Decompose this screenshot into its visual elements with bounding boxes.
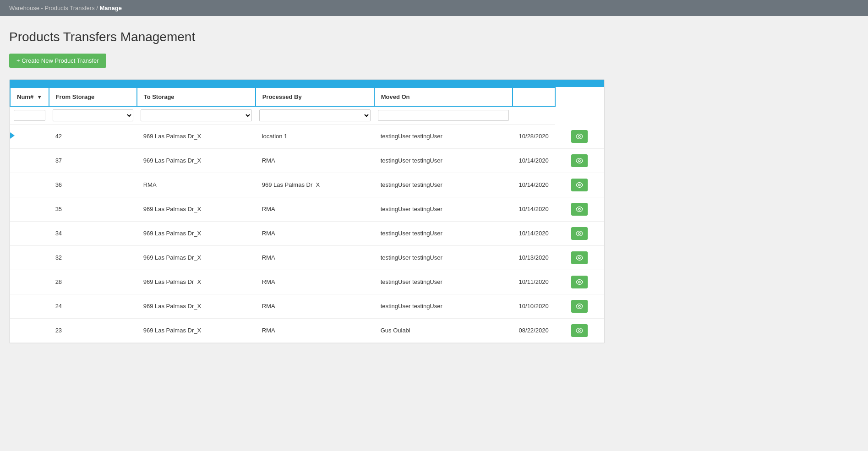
filter-num-cell (10, 106, 49, 125)
cell-num: 35 (49, 197, 137, 221)
cell-action (555, 148, 604, 173)
view-button[interactable] (571, 179, 588, 191)
svg-point-0 (579, 136, 580, 137)
cell-moved-on: 10/13/2020 (513, 245, 555, 270)
filter-row (10, 106, 604, 125)
cell-action (555, 197, 604, 221)
row-indicator (10, 318, 49, 342)
cell-from-storage: 969 Las Palmas Dr_X (137, 245, 256, 270)
row-indicator (10, 221, 49, 245)
col-header-processed-by: Processed By (256, 87, 374, 106)
row-indicator (10, 270, 49, 294)
table-row: 23969 Las Palmas Dr_XRMAGus Oulabi08/22/… (10, 318, 604, 342)
cell-moved-on: 10/14/2020 (513, 173, 555, 197)
table-row: 37969 Las Palmas Dr_XRMAtestingUser test… (10, 148, 604, 173)
create-transfer-button[interactable]: + Create New Product Transfer (9, 54, 106, 68)
svg-point-3 (579, 208, 580, 210)
cell-num: 24 (49, 294, 137, 318)
view-button[interactable] (571, 300, 588, 313)
col-header-num: Num# ▼ (10, 87, 49, 106)
cell-action (555, 318, 604, 342)
cell-from-storage: 969 Las Palmas Dr_X (137, 125, 256, 149)
cell-num: 32 (49, 245, 137, 270)
cell-to-storage: RMA (256, 221, 374, 245)
cell-num: 34 (49, 221, 137, 245)
cell-moved-on: 10/11/2020 (513, 270, 555, 294)
filter-moved-on-cell (374, 106, 513, 125)
table-row: 34969 Las Palmas Dr_XRMAtestingUser test… (10, 221, 604, 245)
sort-arrow-icon: ▼ (37, 94, 42, 100)
cell-to-storage: RMA (256, 270, 374, 294)
filter-from-storage-select[interactable] (53, 109, 133, 121)
cell-action (555, 173, 604, 197)
view-button[interactable] (571, 276, 588, 288)
cell-action (555, 221, 604, 245)
row-indicator (10, 294, 49, 318)
svg-point-7 (579, 305, 580, 307)
cell-action (555, 294, 604, 318)
transfers-table-container: Num# ▼ From Storage To Storage Processed… (9, 79, 605, 343)
view-button[interactable] (571, 251, 588, 264)
cell-moved-on: 10/14/2020 (513, 197, 555, 221)
cell-to-storage: location 1 (256, 125, 374, 149)
breadcrumb-current: Manage (100, 5, 122, 11)
cell-num: 37 (49, 148, 137, 173)
row-indicator (10, 125, 49, 149)
filter-moved-on-input[interactable] (378, 110, 509, 121)
cell-to-storage: 969 Las Palmas Dr_X (256, 173, 374, 197)
filter-to-storage-select[interactable] (141, 109, 252, 121)
cell-to-storage: RMA (256, 318, 374, 342)
cell-from-storage: 969 Las Palmas Dr_X (137, 270, 256, 294)
svg-point-5 (579, 257, 580, 259)
svg-point-8 (579, 330, 580, 331)
table-row: 32969 Las Palmas Dr_XRMAtestingUser test… (10, 245, 604, 270)
filter-from-storage-cell (49, 106, 137, 125)
table-row: 28969 Las Palmas Dr_XRMAtestingUser test… (10, 270, 604, 294)
cell-processed-by: testingUser testingUser (374, 125, 513, 149)
breadcrumb-base: Warehouse - Products Transfers (9, 5, 95, 11)
cell-action (555, 245, 604, 270)
row-arrow-icon (10, 132, 15, 139)
svg-point-1 (579, 160, 580, 162)
filter-processed-by-select[interactable] (259, 109, 371, 121)
cell-action (555, 270, 604, 294)
cell-from-storage: 969 Las Palmas Dr_X (137, 197, 256, 221)
cell-to-storage: RMA (256, 148, 374, 173)
cell-num: 42 (49, 125, 137, 149)
cell-processed-by: testingUser testingUser (374, 270, 513, 294)
cell-num: 28 (49, 270, 137, 294)
svg-point-4 (579, 233, 580, 234)
view-button[interactable] (571, 203, 588, 216)
breadcrumb-separator: / (96, 5, 99, 11)
view-button[interactable] (571, 227, 588, 240)
cell-from-storage: 969 Las Palmas Dr_X (137, 148, 256, 173)
col-header-to-storage: To Storage (137, 87, 256, 106)
table-header-bar (10, 80, 604, 87)
view-button[interactable] (571, 324, 588, 337)
col-header-actions (513, 87, 555, 106)
table-body: 42969 Las Palmas Dr_Xlocation 1testingUs… (10, 125, 604, 343)
view-button[interactable] (571, 154, 588, 167)
row-indicator (10, 245, 49, 270)
cell-num: 36 (49, 173, 137, 197)
cell-moved-on: 10/10/2020 (513, 294, 555, 318)
cell-from-storage: 969 Las Palmas Dr_X (137, 221, 256, 245)
col-header-from-storage: From Storage (49, 87, 137, 106)
svg-point-6 (579, 281, 580, 283)
cell-to-storage: RMA (256, 245, 374, 270)
cell-processed-by: testingUser testingUser (374, 245, 513, 270)
col-header-moved-on: Moved On (374, 87, 513, 106)
filter-num-input[interactable] (14, 110, 45, 121)
view-button[interactable] (571, 130, 588, 143)
topbar: Warehouse - Products Transfers / Manage (0, 0, 868, 16)
table-column-headers: Num# ▼ From Storage To Storage Processed… (10, 87, 604, 106)
filter-actions-cell (513, 106, 555, 125)
cell-processed-by: testingUser testingUser (374, 148, 513, 173)
row-indicator (10, 173, 49, 197)
main-content: Products Transfers Management + Create N… (0, 16, 868, 449)
cell-from-storage: 969 Las Palmas Dr_X (137, 294, 256, 318)
table-row: 24969 Las Palmas Dr_XRMAtestingUser test… (10, 294, 604, 318)
cell-moved-on: 08/22/2020 (513, 318, 555, 342)
cell-from-storage: 969 Las Palmas Dr_X (137, 318, 256, 342)
row-indicator (10, 197, 49, 221)
